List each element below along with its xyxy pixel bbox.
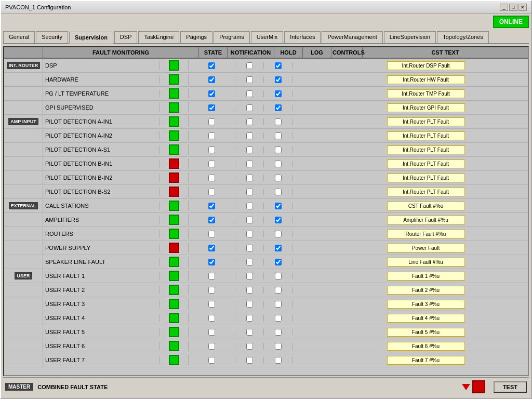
log-cell[interactable] — [264, 104, 292, 111]
notif-checkbox[interactable] — [208, 62, 215, 69]
notif-checkbox[interactable] — [208, 147, 215, 153]
hold-cell[interactable] — [235, 90, 264, 97]
notif-checkbox[interactable] — [208, 161, 215, 167]
hold-cell[interactable] — [235, 301, 264, 308]
table-body[interactable]: INT. ROUTER DSP HARDWARE — [4, 59, 528, 375]
hold-cell[interactable] — [235, 62, 264, 69]
log-cell[interactable] — [264, 147, 292, 153]
log-checkbox[interactable] — [275, 231, 282, 237]
notif-cell[interactable] — [189, 231, 235, 237]
notif-cell[interactable] — [189, 118, 235, 125]
log-cell[interactable] — [264, 231, 292, 237]
cst-input[interactable] — [387, 145, 465, 154]
notif-checkbox[interactable] — [208, 90, 215, 97]
hold-checkbox[interactable] — [246, 357, 253, 364]
hold-cell[interactable] — [235, 231, 264, 237]
log-cell[interactable] — [264, 217, 292, 223]
log-cell[interactable] — [264, 175, 292, 181]
hold-checkbox[interactable] — [246, 104, 253, 111]
log-checkbox[interactable] — [275, 259, 282, 265]
hold-checkbox[interactable] — [246, 301, 253, 308]
hold-checkbox[interactable] — [246, 175, 253, 181]
hold-cell[interactable] — [235, 357, 264, 364]
log-cell[interactable] — [264, 62, 292, 69]
tab-security[interactable]: Security — [36, 31, 68, 43]
tab-programs[interactable]: Programs — [214, 31, 250, 43]
cst-input[interactable] — [387, 188, 465, 196]
notif-checkbox[interactable] — [208, 76, 215, 83]
hold-cell[interactable] — [235, 161, 264, 167]
cst-input[interactable] — [387, 61, 465, 70]
notif-checkbox[interactable] — [208, 132, 215, 139]
close-button[interactable]: ✕ — [518, 4, 527, 11]
notif-checkbox[interactable] — [208, 118, 215, 125]
log-checkbox[interactable] — [275, 118, 282, 125]
hold-cell[interactable] — [235, 273, 264, 280]
cst-input[interactable] — [387, 300, 465, 309]
log-checkbox[interactable] — [275, 329, 282, 336]
notif-cell[interactable] — [189, 161, 235, 167]
notif-cell[interactable] — [189, 329, 235, 336]
hold-cell[interactable] — [235, 175, 264, 181]
cst-input[interactable] — [387, 103, 465, 112]
hold-cell[interactable] — [235, 76, 264, 83]
notif-cell[interactable] — [189, 90, 235, 97]
log-cell[interactable] — [264, 273, 292, 280]
log-checkbox[interactable] — [275, 147, 282, 153]
cst-input[interactable] — [387, 75, 465, 84]
cst-input[interactable] — [387, 89, 465, 98]
log-checkbox[interactable] — [275, 315, 282, 322]
cst-input[interactable] — [387, 230, 465, 238]
log-checkbox[interactable] — [275, 287, 282, 294]
hold-cell[interactable] — [235, 259, 264, 265]
log-cell[interactable] — [264, 203, 292, 209]
notif-cell[interactable] — [189, 301, 235, 308]
notif-cell[interactable] — [189, 203, 235, 209]
notif-checkbox[interactable] — [208, 259, 215, 265]
log-checkbox[interactable] — [275, 245, 282, 251]
cst-input[interactable] — [387, 342, 465, 351]
tab-pagings[interactable]: Pagings — [180, 31, 212, 43]
hold-cell[interactable] — [235, 147, 264, 153]
cst-input[interactable] — [387, 258, 465, 267]
notif-checkbox[interactable] — [208, 217, 215, 223]
log-cell[interactable] — [264, 343, 292, 350]
log-checkbox[interactable] — [275, 273, 282, 280]
hold-cell[interactable] — [235, 245, 264, 251]
log-checkbox[interactable] — [275, 203, 282, 209]
log-checkbox[interactable] — [275, 343, 282, 350]
log-checkbox[interactable] — [275, 76, 282, 83]
notif-checkbox[interactable] — [208, 203, 215, 209]
tab-general[interactable]: General — [3, 31, 35, 43]
hold-cell[interactable] — [235, 104, 264, 111]
hold-checkbox[interactable] — [246, 161, 253, 167]
cst-input[interactable] — [387, 202, 465, 210]
tab-linesupervision[interactable]: LineSupervision — [384, 31, 436, 43]
notif-cell[interactable] — [189, 175, 235, 181]
hold-cell[interactable] — [235, 287, 264, 294]
cst-input[interactable] — [387, 117, 465, 126]
hold-checkbox[interactable] — [246, 287, 253, 294]
hold-cell[interactable] — [235, 132, 264, 139]
notif-cell[interactable] — [189, 104, 235, 111]
notif-cell[interactable] — [189, 259, 235, 265]
notif-checkbox[interactable] — [208, 189, 215, 195]
cst-input[interactable] — [387, 174, 465, 182]
hold-cell[interactable] — [235, 203, 264, 209]
cst-input[interactable] — [387, 131, 465, 140]
hold-checkbox[interactable] — [246, 62, 253, 69]
cst-input[interactable] — [387, 159, 465, 168]
cst-input[interactable] — [387, 216, 465, 224]
tab-supervision[interactable]: Supervision — [69, 32, 113, 44]
hold-checkbox[interactable] — [246, 273, 253, 280]
log-cell[interactable] — [264, 161, 292, 167]
hold-checkbox[interactable] — [246, 245, 253, 251]
notif-checkbox[interactable] — [208, 231, 215, 237]
log-checkbox[interactable] — [275, 357, 282, 364]
cst-input[interactable] — [387, 272, 465, 281]
notif-checkbox[interactable] — [208, 287, 215, 294]
hold-cell[interactable] — [235, 118, 264, 125]
notif-cell[interactable] — [189, 62, 235, 69]
hold-checkbox[interactable] — [246, 90, 253, 97]
tab-interfaces[interactable]: Interfaces — [284, 31, 321, 43]
